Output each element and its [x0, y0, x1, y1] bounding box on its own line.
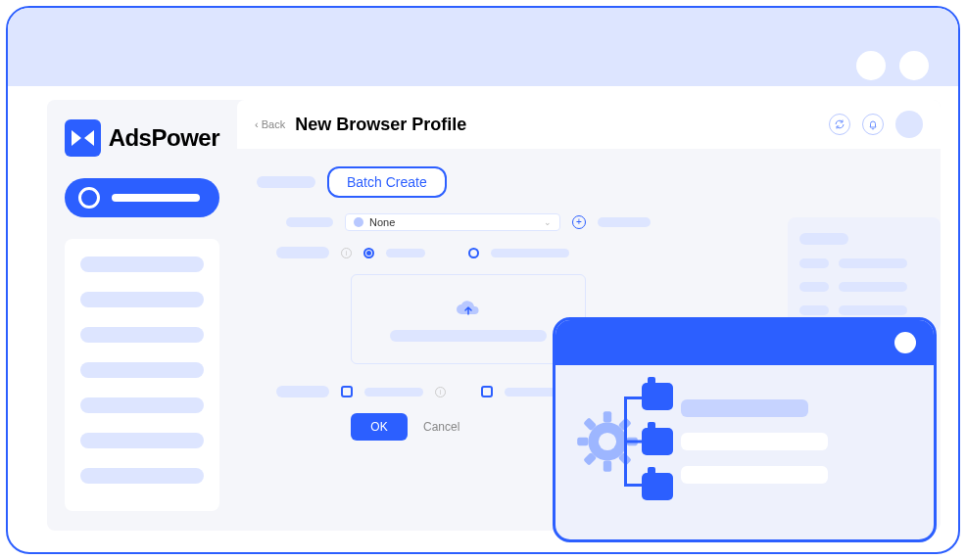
bell-icon[interactable] [862, 114, 884, 135]
list-item [681, 399, 808, 417]
sidebar-nav-list [65, 239, 219, 511]
side-panel [788, 217, 941, 331]
checkbox-label [505, 388, 559, 397]
sidebar-item[interactable] [80, 292, 204, 307]
profile-list [681, 399, 916, 484]
window-controls [856, 51, 929, 80]
nav-active-label [112, 194, 200, 202]
window-control-dot[interactable] [856, 51, 886, 80]
group-select[interactable]: None ⌄ [345, 213, 560, 231]
radio-label [386, 249, 425, 257]
mini-window-overlay [553, 317, 937, 542]
cancel-button[interactable]: Cancel [423, 420, 459, 434]
form-label [276, 247, 329, 258]
chevron-down-icon: ⌄ [544, 217, 552, 227]
page-title: New Browser Profile [295, 115, 466, 135]
profile-node [642, 428, 673, 455]
sidebar-item[interactable] [80, 257, 204, 272]
mini-window-body [555, 365, 934, 518]
batch-create-button[interactable]: Batch Create [327, 166, 447, 198]
brand-row: AdsPower [65, 119, 219, 157]
header-actions [829, 111, 923, 138]
list-item [681, 466, 828, 484]
mini-window-control[interactable] [894, 332, 916, 353]
brand-name: AdsPower [109, 124, 219, 152]
svg-rect-3 [577, 438, 588, 445]
sidebar: AdsPower [47, 100, 237, 531]
file-upload-dropzone[interactable] [351, 274, 586, 364]
svg-point-9 [599, 433, 616, 450]
profile-tree [642, 383, 673, 500]
info-icon[interactable]: i [341, 248, 352, 258]
refresh-icon[interactable] [829, 114, 850, 135]
side-panel-title [799, 233, 848, 245]
back-link[interactable]: ‹ Back [255, 118, 285, 130]
cloud-upload-icon [455, 297, 482, 318]
form-label [276, 386, 329, 397]
mini-window-titlebar [555, 320, 934, 365]
sidebar-item[interactable] [80, 362, 204, 378]
info-icon[interactable]: i [435, 387, 446, 397]
nav-active-icon [78, 187, 100, 209]
sidebar-item[interactable] [80, 397, 204, 413]
sidebar-item[interactable] [80, 327, 204, 343]
select-icon [354, 217, 363, 227]
logo-icon [65, 119, 101, 157]
svg-rect-2 [604, 461, 611, 472]
list-item [681, 433, 828, 450]
form-hint [598, 217, 651, 227]
ok-button[interactable]: OK [351, 413, 408, 441]
checkbox-label [364, 388, 423, 397]
checkbox-option-1[interactable] [341, 386, 353, 397]
form-label [257, 176, 315, 188]
checkbox-option-2[interactable] [481, 386, 493, 397]
avatar[interactable] [895, 111, 923, 138]
window-titlebar [8, 8, 958, 86]
profile-node [642, 383, 673, 410]
radio-option-1[interactable] [363, 248, 374, 258]
upload-hint [390, 330, 547, 342]
sidebar-item[interactable] [80, 433, 204, 448]
radio-label [491, 249, 569, 257]
tree-connector [624, 397, 642, 487]
profile-node [642, 473, 673, 500]
svg-rect-1 [604, 411, 611, 422]
main-header: ‹ Back New Browser Profile [237, 100, 941, 149]
sidebar-item[interactable] [80, 468, 204, 484]
add-button[interactable]: + [572, 215, 586, 229]
window-control-dot[interactable] [899, 51, 929, 80]
sidebar-item-active[interactable] [65, 178, 219, 217]
radio-option-2[interactable] [468, 248, 479, 258]
form-label [286, 217, 333, 227]
select-value: None [369, 216, 395, 228]
